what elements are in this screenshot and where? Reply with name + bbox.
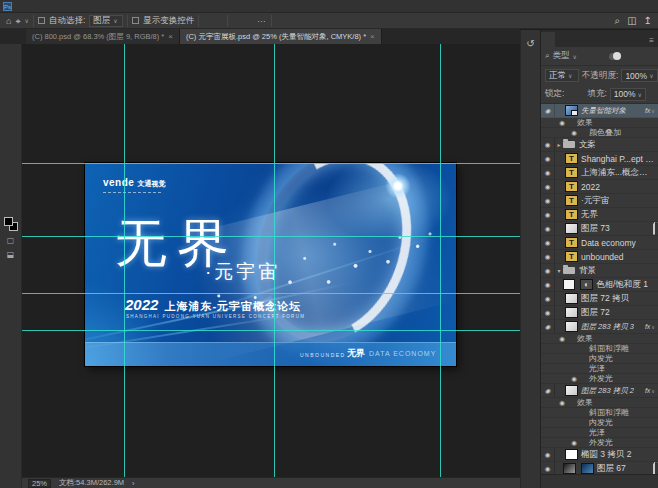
eye-icon[interactable]: ◉ — [571, 129, 577, 137]
filter-toggle-switch[interactable] — [609, 53, 621, 60]
group-caret-icon[interactable] — [555, 141, 563, 148]
quick-select-tool-icon[interactable] — [11, 61, 22, 76]
dodge-tool-icon[interactable] — [0, 151, 11, 166]
layer-thumbnail[interactable] — [565, 293, 578, 304]
layer-thumbnail[interactable] — [565, 251, 578, 262]
panel-tab[interactable] — [541, 32, 555, 47]
layer-name[interactable]: 椭圆 3 拷贝 2 — [581, 449, 632, 461]
shape-tool-icon[interactable] — [0, 181, 11, 196]
layer-row[interactable]: ◉ 无界 fx ∨ — [541, 208, 658, 222]
current-tool-icon[interactable]: ⌖ — [15, 14, 20, 28]
crop-tool-icon[interactable] — [0, 76, 11, 91]
layer-thumbnail[interactable] — [565, 307, 578, 318]
eye-icon[interactable]: ◉ — [545, 323, 551, 331]
blend-mode-dropdown[interactable]: 正常 ∨ — [545, 69, 579, 82]
eye-icon[interactable]: ◉ — [545, 465, 551, 473]
gradient-tool-icon[interactable] — [0, 136, 11, 151]
layer-name[interactable]: 图层 283 拷贝 3 — [581, 322, 634, 332]
history-brush-tool-icon[interactable] — [0, 121, 11, 136]
layer-name[interactable]: 图层 73 — [581, 223, 610, 235]
visibility-cell[interactable]: ◉ — [567, 428, 581, 437]
visibility-cell[interactable]: ◉ — [541, 152, 555, 165]
eye-icon[interactable]: ◉ — [545, 183, 551, 191]
visibility-cell[interactable]: ◉ — [555, 118, 569, 127]
panel-tab[interactable] — [569, 32, 583, 47]
panel-menu-icon[interactable]: ≡ — [645, 36, 658, 47]
visibility-cell[interactable]: ◉ — [541, 250, 555, 263]
layer-row[interactable]: ◉ 上海浦东...概念论坛 fx ∨ — [541, 166, 658, 180]
filter-kind-dropdown[interactable]: 类型 — [552, 50, 569, 62]
eye-icon[interactable]: ◉ — [545, 387, 551, 395]
layer-thumbnail[interactable] — [565, 153, 578, 164]
layer-name[interactable]: 失量智能对象 — [581, 106, 626, 116]
eye-icon[interactable]: ◉ — [545, 211, 551, 219]
layer-row[interactable]: ◉ 光泽 fx ∨ — [541, 364, 658, 374]
visibility-cell[interactable]: ◉ — [541, 208, 555, 221]
layer-name[interactable]: Shanghai P...ept Forum — [581, 154, 655, 164]
visibility-cell[interactable]: ◉ — [567, 374, 581, 383]
canvas-area[interactable]: vende文通视觉 无界 ·元宇宙 2022 上海浦东-元宇宙概念论坛 SHAN… — [22, 44, 520, 477]
layer-name[interactable]: 2022 — [581, 182, 600, 192]
guide-horizontal[interactable] — [22, 236, 520, 237]
layer-name[interactable]: Data economy — [581, 238, 636, 248]
layer-row[interactable]: ◉ 斜面和浮雕 fx ∨ — [541, 344, 658, 354]
layer-name[interactable]: 外发光 — [589, 438, 613, 448]
layer-name[interactable]: 光泽 — [589, 364, 605, 374]
visibility-cell[interactable]: ◉ — [541, 278, 555, 291]
visibility-cell[interactable]: ◉ — [541, 384, 555, 397]
layer-row[interactable]: ◉ Shanghai P...ept Forum fx ∨ — [541, 152, 658, 166]
layer-mask-thumbnail[interactable] — [563, 463, 576, 474]
layer-row[interactable]: ◉ 外发光 fx ∨ — [541, 438, 658, 448]
visibility-cell[interactable]: ◉ — [567, 128, 581, 137]
more-options-button[interactable]: ··· — [256, 16, 267, 26]
layer-row[interactable]: ◉ 失量智能对象 fx ∨ — [541, 104, 658, 118]
eye-icon[interactable]: ◉ — [545, 267, 551, 275]
layer-row[interactable]: ◉ ·元宇宙 fx ∨ — [541, 194, 658, 208]
workspace-switcher-icon[interactable]: ◫ — [627, 14, 636, 28]
visibility-cell[interactable]: ◉ — [567, 408, 581, 417]
layer-name[interactable]: 图层 72 — [581, 307, 610, 319]
quick-mask-button[interactable]: ▢ — [7, 236, 15, 245]
eye-icon[interactable]: ◉ — [559, 119, 565, 127]
layer-thumbnail[interactable] — [565, 195, 578, 206]
eye-icon[interactable]: ◉ — [545, 295, 551, 303]
foreground-color-swatch[interactable] — [4, 217, 13, 226]
visibility-cell[interactable]: ◉ — [567, 418, 581, 427]
adjustment-mask-thumbnail[interactable] — [563, 279, 575, 290]
eye-icon[interactable]: ◉ — [545, 253, 551, 261]
share-icon[interactable]: ↥ — [644, 14, 652, 28]
layer-name[interactable]: 图层 67 — [597, 463, 626, 475]
layer-thumbnail[interactable] — [565, 209, 578, 220]
eye-icon[interactable]: ◉ — [545, 197, 551, 205]
layer-row[interactable]: ◉ 图层 73 fx ∨ — [541, 222, 658, 236]
visibility-cell[interactable]: ◉ — [541, 320, 555, 333]
auto-select-dropdown[interactable]: 图层 ∨ — [89, 15, 123, 27]
layer-row[interactable]: ◉ 背景 fx ∨ — [541, 264, 658, 278]
eye-icon[interactable]: ◉ — [545, 451, 551, 459]
visibility-cell[interactable]: ◉ — [567, 344, 581, 353]
eyedropper-tool-icon[interactable] — [0, 91, 11, 106]
layer-name[interactable]: 上海浦东...概念论坛 — [581, 167, 655, 179]
layer-name[interactable]: ·元宇宙 — [581, 195, 609, 207]
eye-icon[interactable]: ◉ — [559, 399, 565, 407]
layer-row[interactable]: ◉ 图层 283 拷贝 2 fx ∨ — [541, 384, 658, 398]
visibility-cell[interactable]: ◉ — [541, 236, 555, 249]
pen-tool-icon[interactable] — [11, 151, 22, 166]
layer-name[interactable]: 光泽 — [589, 428, 605, 438]
home-icon[interactable]: ⌂ — [6, 14, 11, 28]
layer-row[interactable]: ◉ 图层 72 fx ∨ — [541, 306, 658, 320]
panel-tab[interactable] — [555, 32, 569, 47]
status-caret-icon[interactable]: › — [132, 479, 135, 488]
close-icon[interactable]: × — [168, 32, 173, 41]
layer-row[interactable]: ◉ 椭圆 3 拷贝 2 fx ∨ — [541, 448, 658, 462]
group-caret-icon[interactable] — [555, 267, 563, 274]
zoom-tool-icon[interactable] — [5, 196, 16, 211]
layer-row[interactable]: ◉ 图层 72 拷贝 fx ∨ — [541, 292, 658, 306]
visibility-cell[interactable]: ◉ — [541, 462, 555, 474]
visibility-cell[interactable]: ◉ — [555, 334, 569, 343]
layer-row[interactable]: ◉ 效果 fx ∨ — [541, 398, 658, 408]
visibility-cell[interactable]: ◉ — [541, 222, 555, 235]
auto-select-checkbox[interactable] — [38, 17, 45, 24]
visibility-cell[interactable]: ◉ — [541, 180, 555, 193]
document-tab[interactable]: (C) 元宇宙展板.psd @ 25% (失量智能对象, CMYK/8) * × — [180, 29, 382, 44]
